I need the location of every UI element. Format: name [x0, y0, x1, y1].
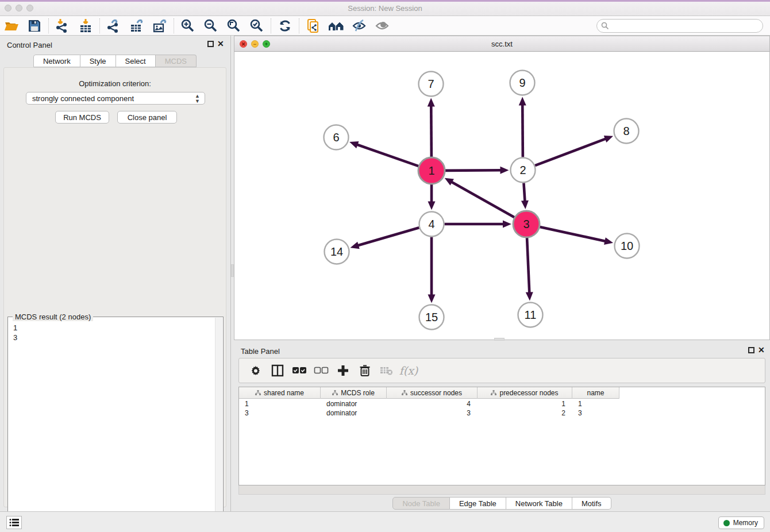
column-header-shared-name[interactable]: shared name: [239, 387, 321, 399]
mcds-result-list[interactable]: 13: [9, 321, 215, 532]
mcds-result-value: 3: [13, 333, 211, 342]
run-mcds-button[interactable]: Run MCDS: [55, 111, 109, 124]
column-header-successor-nodes[interactable]: successor nodes: [387, 387, 478, 399]
column-header-label: predecessor nodes: [499, 389, 558, 397]
select-all-rows-button[interactable]: [288, 361, 310, 380]
save-session-button[interactable]: [23, 17, 46, 34]
table-cell: 1: [561, 400, 565, 408]
result-scrollbar[interactable]: [215, 318, 222, 532]
edge-arrowhead: [526, 292, 533, 300]
refresh-button[interactable]: [274, 17, 297, 34]
edge-3-1[interactable]: [451, 182, 514, 218]
delete-table-button[interactable]: [376, 361, 398, 380]
flat-hierarchy-icon: [402, 390, 407, 396]
network-graph[interactable]: 7968124314101511: [234, 52, 769, 340]
graph-node-label: 2: [519, 164, 526, 176]
flat-hierarchy-icon: [332, 390, 338, 396]
column-header-predecessor-nodes[interactable]: predecessor nodes: [478, 387, 572, 399]
tab-node-table[interactable]: Node Table: [392, 497, 450, 510]
main-toolbar: [0, 16, 770, 36]
column-selector-icon: [271, 364, 284, 377]
hide-selected-button[interactable]: [348, 17, 371, 34]
close-panel-button[interactable]: Close panel: [117, 111, 177, 124]
show-all-button[interactable]: [371, 17, 394, 34]
table-row[interactable]: 1dominator411: [239, 399, 766, 408]
search-input[interactable]: [596, 19, 763, 33]
tab-network-table[interactable]: Network Table: [506, 497, 572, 510]
close-table-panel-icon[interactable]: ✕: [758, 346, 765, 354]
criterion-dropdown[interactable]: strongly connected component ▲▼: [26, 92, 205, 105]
edge-arrowhead: [351, 242, 360, 249]
edge-2-8[interactable]: [535, 138, 607, 165]
deselect-all-rows-icon: [314, 367, 329, 375]
import-network-icon: [55, 18, 70, 33]
export-table-button[interactable]: [125, 17, 148, 34]
graph-node-label: 15: [425, 311, 438, 323]
import-table-button[interactable]: [74, 17, 97, 34]
edge-arrowhead: [349, 141, 359, 148]
edge-2-3[interactable]: [523, 183, 525, 202]
close-panel-icon[interactable]: ✕: [217, 40, 224, 48]
function-builder-button[interactable]: f(x): [398, 361, 419, 380]
mcds-panel: Optimization criterion: strongly connect…: [3, 67, 226, 507]
window-title: Session: New Session: [0, 4, 770, 13]
edge-arrowhead: [519, 97, 526, 105]
edge-arrowhead: [521, 201, 529, 209]
horizontal-splitter-handle[interactable]: [494, 338, 505, 341]
edge-1-6[interactable]: [356, 144, 418, 166]
table-row[interactable]: 3dominator323: [239, 408, 766, 418]
float-panel-icon[interactable]: [207, 41, 214, 47]
network-canvas[interactable]: 7968124314101511: [234, 52, 769, 340]
clone-network-button[interactable]: [302, 17, 325, 34]
graph-node-label: 8: [623, 125, 629, 137]
node-table[interactable]: shared nameMCDS rolesuccessor nodesprede…: [238, 387, 765, 485]
edge-arrowhead: [428, 98, 435, 106]
open-session-button[interactable]: [0, 17, 23, 34]
edge-3-10[interactable]: [540, 227, 606, 241]
add-column-button[interactable]: [332, 361, 354, 380]
float-table-panel-icon[interactable]: [748, 347, 754, 353]
export-image-button[interactable]: [148, 17, 171, 34]
application-window: Session: New Session: [0, 0, 770, 532]
flat-hierarchy-icon: [255, 390, 261, 396]
table-hscrollbar[interactable]: [238, 485, 765, 495]
graph-node-label: 14: [330, 245, 343, 258]
graph-node-label: 11: [525, 309, 537, 321]
network-window-titlebar[interactable]: ✕ − + scc.txt: [234, 36, 769, 52]
edge-2-9[interactable]: [522, 103, 523, 157]
export-table-icon: [129, 18, 144, 33]
edge-1-2[interactable]: [445, 170, 502, 171]
tab-style[interactable]: Style: [80, 55, 116, 67]
column-header-MCDS-role[interactable]: MCDS role: [321, 387, 387, 399]
zoom-selected-button[interactable]: [245, 17, 268, 34]
task-history-button[interactable]: [6, 516, 22, 529]
edge-4-14[interactable]: [357, 228, 419, 246]
import-network-button[interactable]: [51, 17, 74, 34]
table-cell: 1: [245, 400, 249, 408]
column-header-name[interactable]: name: [572, 387, 619, 399]
zoom-in-button[interactable]: [176, 17, 199, 34]
table-header-row: shared nameMCDS rolesuccessor nodesprede…: [239, 387, 619, 399]
delete-column-button[interactable]: [354, 361, 376, 380]
tab-edge-table[interactable]: Edge Table: [450, 497, 506, 510]
zoom-in-icon: [180, 18, 195, 33]
column-header-label: successor nodes: [410, 389, 462, 397]
memory-button[interactable]: Memory: [718, 516, 764, 529]
control-panel-tabs: NetworkStyleSelectMCDS: [0, 55, 230, 67]
export-network-button[interactable]: [102, 17, 125, 34]
column-selector-button[interactable]: [267, 361, 288, 380]
tab-select[interactable]: Select: [116, 55, 156, 67]
edge-3-11[interactable]: [527, 238, 529, 294]
deselect-all-rows-button[interactable]: [310, 361, 332, 380]
status-bar: Memory: [0, 511, 770, 532]
edge-1-7[interactable]: [431, 105, 432, 157]
table-tabs: Node TableEdge TableNetwork TableMotifs: [234, 497, 770, 510]
tab-network[interactable]: Network: [33, 55, 80, 67]
toolbar-separator: [174, 18, 174, 33]
zoom-fit-button[interactable]: [222, 17, 245, 34]
table-settings-button[interactable]: [245, 361, 267, 380]
first-neighbors-button[interactable]: [325, 17, 348, 34]
zoom-out-button[interactable]: [199, 17, 222, 34]
tab-motifs[interactable]: Motifs: [572, 497, 611, 510]
tab-mcds[interactable]: MCDS: [156, 55, 197, 67]
